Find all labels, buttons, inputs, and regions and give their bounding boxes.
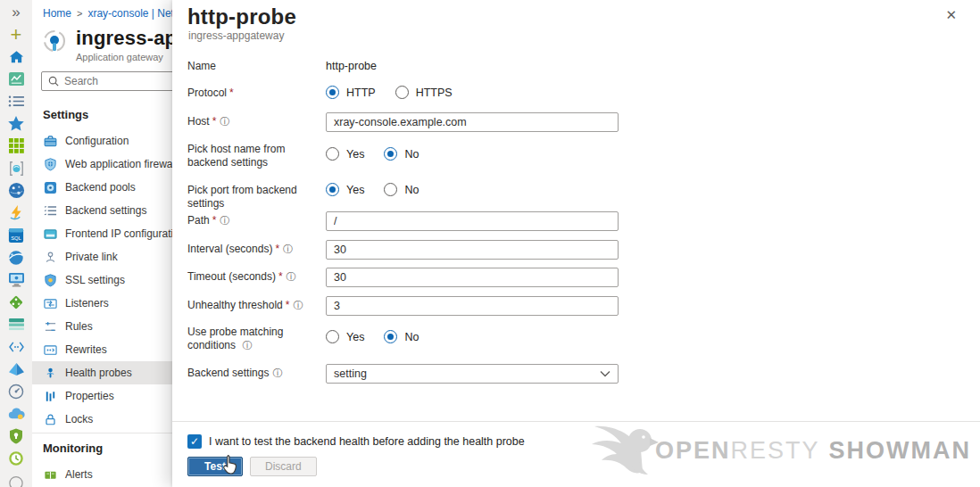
no-label: No [404,331,419,343]
sidebar-item-label: Private link [65,251,118,263]
sidebar-item-label: SSL settings [65,274,125,286]
all-resources-grid-icon[interactable] [7,137,25,154]
interval-input[interactable] [326,240,619,260]
sidebar-item-health-probes[interactable]: Health probes [32,361,172,384]
sidebar-item-label: Rules [65,320,93,333]
ssl-shield-icon [44,274,57,287]
pick-host-yes-radio[interactable] [326,147,339,161]
unhealthy-threshold-input[interactable] [326,296,619,316]
sidebar-item-label: Backend pools [65,181,136,194]
sidebar-item-locks[interactable]: Locks [32,408,172,431]
blade-title: http-probe [187,4,296,29]
app-services-globe-icon[interactable] [7,182,25,199]
watermark: OPENRESTYSHOWMAN [589,417,971,483]
chevron-down-icon [600,370,610,377]
sidebar-item-label: Configuration [65,135,129,147]
create-resource-icon[interactable]: + [7,26,25,43]
breadcrumb-separator: > [77,8,82,19]
no-label: No [404,148,419,161]
test-button[interactable]: Test [187,457,243,476]
pick-port-yes-radio[interactable] [326,183,339,196]
breadcrumb-home-link[interactable]: Home [43,7,71,20]
application-gateway-icon [41,29,68,56]
sidebar-item-private-link[interactable]: Private link [32,245,172,268]
virtual-network-code-icon[interactable] [7,338,25,355]
advisor-cloud-icon[interactable] [7,405,25,422]
sidebar-item-rules[interactable]: Rules [32,315,172,338]
yes-label: Yes [346,184,364,196]
private-link-icon [44,251,57,264]
protocol-http-radio[interactable] [326,86,339,99]
protocol-https-radio[interactable] [395,86,409,99]
alerts-icon [44,468,57,482]
resource-groups-brackets-icon[interactable] [7,160,25,177]
sidebar-item-ssl-settings[interactable]: SSL settings [32,268,172,292]
blade-subtitle: ingress-appgateway [188,29,284,42]
timeout-input[interactable] [326,268,619,287]
left-icon-rail: » + SQL [0,0,32,487]
azure-ad-pyramid-icon[interactable] [7,360,25,377]
sidebar-item-label: Rewrites [65,343,107,356]
info-icon: ⓘ [293,300,303,310]
sidebar-item-frontend-ip-configuration[interactable]: Frontend IP configuration [32,222,172,245]
required-asterisk: * [212,115,217,128]
sidebar-item-alerts[interactable]: Alerts [32,463,172,486]
protocol-label: Protocol* [187,84,326,112]
unhealthy-threshold-label: Unhealthy threshold*ⓘ [187,296,326,323]
host-input[interactable] [326,112,619,132]
discard-button[interactable]: Discard [250,457,317,476]
sidebar-item-backend-pools[interactable]: Backend pools [32,176,172,199]
sidebar-item-rewrites[interactable]: Rewrites [32,338,172,361]
pick-host-no-radio[interactable] [384,147,397,161]
monitor-gauge-icon[interactable] [7,383,25,400]
lock-icon [44,413,57,426]
close-icon[interactable]: ✕ [945,8,957,21]
rules-icon [44,320,57,334]
watermark-showman: SHOWMAN [829,437,971,464]
path-label: Path*ⓘ [187,211,326,240]
sidebar-item-label: Listeners [65,297,109,310]
sidebar-item-listeners[interactable]: Listeners [32,292,172,315]
probe-matching-no-radio[interactable] [384,330,397,343]
probe-matching-radio-group: Yes No [326,323,620,343]
host-label: Host*ⓘ [187,112,326,140]
pick-port-no-radio[interactable] [384,183,397,196]
storage-account-icon[interactable] [7,316,25,333]
sidebar-item-label: Locks [65,413,93,425]
pick-port-radio-group: Yes No [326,181,620,196]
clipped-bottom-icon[interactable] [7,472,25,487]
cost-clock-icon[interactable] [7,450,25,466]
favorites-star-icon[interactable] [7,115,25,132]
svg-text:SQL: SQL [11,235,21,240]
sidebar-item-label: Frontend IP configuration [65,227,186,240]
collapse-chevrons-icon[interactable]: » [7,4,25,21]
cosmos-db-icon[interactable] [7,249,25,266]
load-balancer-diamond-icon[interactable] [7,293,25,310]
backend-settings-label: Backend settingsⓘ [187,364,326,393]
probe-matching-label: Use probe matching conditions ⓘ [187,323,326,364]
backend-settings-dropdown[interactable]: setting [326,364,619,384]
function-app-bolt-icon[interactable] [7,204,25,221]
sidebar-item-backend-settings[interactable]: Backend settings [32,199,172,222]
path-input[interactable] [326,211,619,231]
home-icon[interactable] [7,48,25,65]
virtual-machine-monitor-icon[interactable] [7,271,25,288]
info-icon: ⓘ [283,244,293,254]
test-health-checkbox[interactable]: ✓ [187,434,202,449]
sidebar-item-web-application-firewall[interactable]: Web application firewall [32,153,172,176]
backend-settings-icon [44,204,57,218]
all-services-list-icon[interactable] [7,93,25,110]
security-shield-icon[interactable] [7,427,25,444]
info-icon: ⓘ [242,340,252,351]
breadcrumb-current-link[interactable]: xray-console | Net [87,7,174,20]
pick-host-radio-group: Yes No [326,140,620,161]
backend-pools-icon [44,181,57,194]
dashboard-icon[interactable] [7,70,25,87]
sql-database-icon[interactable]: SQL [7,227,25,244]
configuration-icon [44,135,57,148]
name-value: http-probe [326,57,620,72]
probe-matching-yes-radio[interactable] [326,330,339,343]
sidebar-item-properties[interactable]: Properties [32,384,172,408]
sidebar-item-label: Alerts [65,468,93,481]
sidebar-item-configuration[interactable]: Configuration [32,129,172,153]
